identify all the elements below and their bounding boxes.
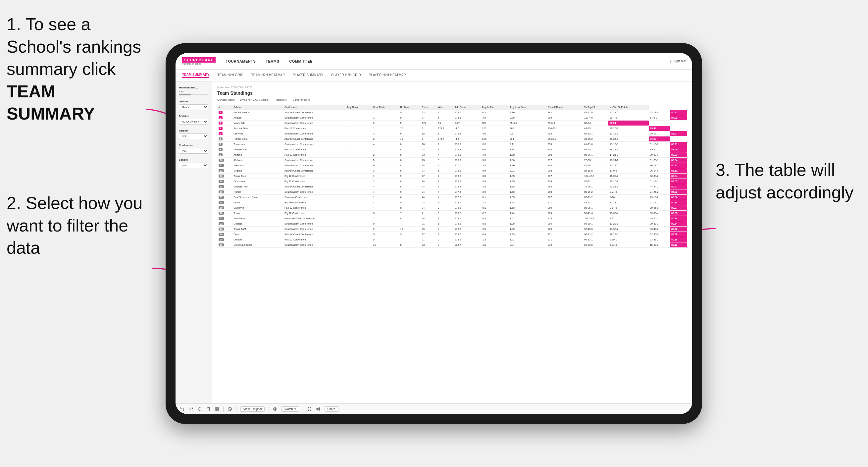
table-row: 18IllinoisBig Ten Conference-19231279.1-… <box>217 200 687 205</box>
subnav-team-h2h-grid[interactable]: TEAM H2H GRID <box>217 73 243 77</box>
sidebar-school-label: School <box>179 158 208 161</box>
sidebar-division: Division NCAA Division I <box>179 115 208 125</box>
col-avg-low: Avg. Low Score <box>508 105 547 110</box>
instruction-step2: 2. Select how you want to filter the dat… <box>7 192 146 259</box>
subnav-team-summary[interactable]: TEAM SUMMARY <box>182 73 209 78</box>
col-overall: Overall Record <box>547 105 583 110</box>
nav-tournaments[interactable]: TOURNAMENTS <box>225 59 256 63</box>
table-row: 12VirginiaAtlantic Coast Conference-3824… <box>217 168 687 174</box>
instruction-step1: 1. To see a School's rankings summary cl… <box>7 13 146 125</box>
sidebar-region-label: Region <box>179 129 208 132</box>
col-vs-top50: Vs Top 50 Points <box>608 105 649 110</box>
toolbar-divider-4 <box>303 406 303 412</box>
sidebar-school-select[interactable]: (All) <box>179 163 208 168</box>
table-title: Team Standings <box>217 90 687 96</box>
share-label: Share <box>328 407 336 411</box>
col-conf-rank: Conf Rank <box>372 105 399 110</box>
refresh-icon[interactable] <box>197 407 202 411</box>
eye-icon <box>273 407 278 411</box>
nav-items: TOURNAMENTS TEAMS COMMITTEE <box>225 59 670 63</box>
nav-signout[interactable]: Sign out <box>673 59 685 63</box>
table-row: 16FloridaSoutheastern Conference-7924427… <box>217 189 687 195</box>
col-no-tour: No Tour <box>399 105 421 110</box>
data-table: # School Conference Avg. Rank Conf Rank … <box>217 105 687 248</box>
grid-icon[interactable] <box>215 407 219 411</box>
col-conference: Conference <box>283 105 345 110</box>
clock-icon[interactable] <box>227 407 232 411</box>
sub-nav: TEAM SUMMARY TEAM H2H GRID TEAM H2H HEAT… <box>176 69 692 82</box>
sidebar-region-select[interactable]: N/A <box>179 133 208 139</box>
sidebar-conference-select[interactable]: (All) <box>179 148 208 154</box>
undo-icon[interactable] <box>180 407 185 411</box>
svg-point-10 <box>275 408 276 410</box>
copy-icon[interactable] <box>206 407 211 411</box>
subnav-player-h2h-grid[interactable]: PLAYER H2H GRID <box>331 73 361 77</box>
instruction-step1-text: 1. To see a School's rankings summary cl… <box>7 14 141 79</box>
table-row: 19CaliforniaPac-12 Conference-48242278.2… <box>217 205 687 211</box>
subnav-player-summary[interactable]: PLAYER SUMMARY <box>293 73 323 77</box>
svg-rect-5 <box>215 407 217 408</box>
table-row: 20TexasBig 12 Conference-3773278.8-0.71.… <box>217 211 687 216</box>
nav-teams[interactable]: TEAMS <box>266 59 279 63</box>
svg-rect-6 <box>217 407 219 408</box>
sidebar-division-select[interactable]: NCAA Division I <box>179 119 208 125</box>
view-original-btn[interactable]: View: Original <box>241 406 265 412</box>
col-rank: # <box>217 105 232 110</box>
svg-point-13 <box>318 409 320 411</box>
svg-point-11 <box>318 407 320 408</box>
nav-bar: SCOREBOARD Powered by clippd TOURNAMENTS… <box>176 53 692 69</box>
view-original-label: View: Original <box>243 407 261 411</box>
tablet-frame: SCOREBOARD Powered by clippd TOURNAMENTS… <box>165 43 702 424</box>
table-header-row: # School Conference Avg. Rank Conf Rank … <box>217 105 687 110</box>
instruction-step3: 3. The table will adjust accordingly <box>716 159 861 204</box>
sidebar-minimum-rounds-range: 4 30 <box>179 90 208 93</box>
watch-btn[interactable]: Watch ▾ <box>281 406 299 412</box>
table-row: 14OklahomaBig 12 Conference-28242276.9-3… <box>217 179 687 184</box>
sidebar-region: Region N/A <box>179 129 208 139</box>
table-row: 11ArkansasSoutheastern Conference-682422… <box>217 163 687 168</box>
table-row: 24DukeAtlantic Coast Conference-59271279… <box>217 232 687 237</box>
filter-conference: Conference: All <box>292 98 310 101</box>
col-avg-to-par: Avg. to Par <box>480 105 508 110</box>
table-row: 6Florida StateAtlantic Coast Conference-… <box>217 136 687 142</box>
table-row: 23Texas A&MSoutheastern Conference-91030… <box>217 226 687 232</box>
filter-region: Region: All <box>275 98 287 101</box>
sidebar-conference: Conference (All) <box>179 144 208 154</box>
col-rnds: Rnds <box>421 105 437 110</box>
nav-logo-sub: Powered by clippd <box>182 63 216 65</box>
nav-logo-main: SCOREBOARD <box>182 57 216 63</box>
filter-division: Division: NCAA Division I <box>240 98 269 101</box>
sidebar-minimum-rounds-label: Minimum Rou... <box>179 86 208 89</box>
table-row: 10AlabamaSoutheastern Conference-5823327… <box>217 158 687 163</box>
redo-icon[interactable] <box>189 407 193 411</box>
sidebar-gender: Gender Men's <box>179 100 208 110</box>
nav-logo: SCOREBOARD Powered by clippd <box>182 57 216 65</box>
toolbar-divider <box>223 406 223 412</box>
table-row: 7TennesseeSoutheastern Conference-481822… <box>217 142 687 147</box>
share-icon[interactable] <box>316 407 320 411</box>
share-btn[interactable]: Share <box>324 406 338 412</box>
fullscreen-icon[interactable] <box>307 407 312 411</box>
nav-separator: | <box>670 59 671 63</box>
sidebar-school: School (All) <box>179 158 208 168</box>
col-avg-rank: Avg. Rank <box>345 105 372 110</box>
sidebar-gender-select[interactable]: Men's <box>179 104 208 110</box>
toolbar-divider-2 <box>236 406 237 412</box>
subnav-player-h2h-heatmap[interactable]: PLAYER H2H HEATMAP <box>369 73 406 77</box>
nav-committee[interactable]: COMMITTEE <box>289 59 313 63</box>
sidebar-minimum-rounds-slider[interactable] <box>179 94 208 95</box>
table-row: 25OregonPac-12 Conference-57210279.5-1.8… <box>217 237 687 243</box>
svg-point-12 <box>316 408 318 410</box>
table-row: 21New MexicoMountain West Conference-182… <box>217 216 687 221</box>
main-content: Minimum Rou... 4 30 Gender Men's Divisio… <box>176 82 692 403</box>
table-row: 2AuburnSoutheastern Conference-19276273.… <box>217 115 687 121</box>
col-adj-score: Adj. Score <box>453 105 480 110</box>
subnav-team-h2h-heatmap[interactable]: TEAM H2H HEATMAP <box>251 73 285 77</box>
toolbar-divider-3 <box>269 406 269 412</box>
svg-rect-8 <box>217 409 219 410</box>
col-school: School <box>232 105 283 110</box>
table-row: 3VanderbiltSoutheastern Conference-25271… <box>217 121 687 126</box>
sidebar-gender-label: Gender <box>179 100 208 103</box>
table-row: 15Georgia TechAtlantic Coast Conference-… <box>217 184 687 189</box>
watch-label: Watch <box>284 407 293 411</box>
